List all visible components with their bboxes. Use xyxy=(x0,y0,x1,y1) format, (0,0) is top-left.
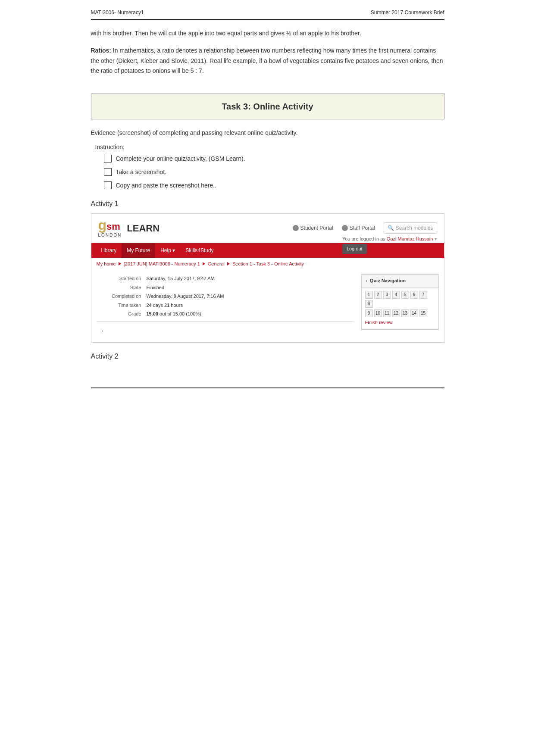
search-box[interactable]: 🔍 Search modules xyxy=(384,222,437,234)
finish-review-link[interactable]: Finish review xyxy=(365,320,393,325)
checkbox-icon-3 xyxy=(104,181,112,189)
quiz-nav-row-1: 1 2 3 4 5 6 7 8 xyxy=(365,291,435,308)
breadcrumb-general[interactable]: General xyxy=(208,260,225,268)
quiz-info-row-started: Started on Saturday, 15 July 2017, 9:47 … xyxy=(97,274,354,283)
time-taken-value: 24 days 21 hours xyxy=(144,301,354,310)
quiz-num-7[interactable]: 7 xyxy=(419,291,427,299)
student-portal-link[interactable]: Student Portal xyxy=(293,224,333,232)
activity1-heading: Activity 1 xyxy=(91,199,444,209)
search-placeholder: Search modules xyxy=(396,224,433,232)
task-box: Task 3: Online Activity xyxy=(91,94,444,119)
quiz-nav-chevron: › xyxy=(366,278,367,284)
quiz-num-8[interactable]: 8 xyxy=(365,300,373,308)
quiz-num-9[interactable]: 9 xyxy=(365,309,373,317)
gsm-logo: gsm LONDON LEARN xyxy=(98,218,160,238)
started-on-label: Started on xyxy=(97,274,144,283)
breadcrumb-course[interactable]: [2017 JUN] MATI3006 - Numeracy 1 xyxy=(124,260,200,268)
quiz-nav-numbers: 1 2 3 4 5 6 7 8 9 10 11 12 13 xyxy=(361,287,439,330)
doc-title-left: MATI3006- Numeracy1 xyxy=(91,9,144,16)
quiz-num-12[interactable]: 12 xyxy=(392,309,400,317)
intro-paragraph1: with his brother. Then he will cut the a… xyxy=(91,28,444,39)
grade-value: 15.00 out of 15.00 (100%) xyxy=(144,309,354,319)
instruction-item-2: Take a screenshot. xyxy=(104,168,444,177)
quiz-nav-title: › Quiz Navigation xyxy=(361,274,439,287)
staff-portal-link[interactable]: Staff Portal xyxy=(342,224,375,232)
logo-learn: LEARN xyxy=(127,221,160,235)
instruction-item-1: Complete your online quiz/activity, (GSM… xyxy=(104,154,444,163)
task-description: Evidence (screenshot) of completing and … xyxy=(91,128,444,138)
completed-on-label: Completed on xyxy=(97,292,144,301)
breadcrumb-chevron-2 xyxy=(203,262,205,266)
gsm-screenshot: gsm LONDON LEARN Student Portal Staff Po… xyxy=(91,213,444,343)
quiz-num-2[interactable]: 2 xyxy=(374,291,382,299)
student-portal-icon xyxy=(293,225,299,231)
completed-on-value: Wednesday, 9 August 2017, 7:16 AM xyxy=(144,292,354,301)
gsm-sidebar: › Quiz Navigation 1 2 3 4 5 6 7 8 xyxy=(361,274,439,338)
quiz-nav-row-2: 9 10 11 12 13 14 15 xyxy=(365,309,435,317)
instruction-list: Complete your online quiz/activity, (GSM… xyxy=(104,154,444,190)
logged-in-info: You are logged in as Qazi Mumtaz Hussain… xyxy=(342,235,437,254)
started-on-value: Saturday, 15 July 2017, 9:47 AM xyxy=(144,274,354,283)
staff-portal-label: Staff Portal xyxy=(350,224,375,232)
menu-my-future[interactable]: My Future xyxy=(122,243,155,258)
menu-library[interactable]: Library xyxy=(96,243,122,258)
quiz-num-4[interactable]: 4 xyxy=(392,291,400,299)
grade-label: Grade xyxy=(97,309,144,319)
gsm-content: Started on Saturday, 15 July 2017, 9:47 … xyxy=(91,270,444,342)
breadcrumb-chevron-3 xyxy=(227,262,230,266)
user-name-link[interactable]: Qazi Mumtaz Hussain xyxy=(387,236,433,241)
quiz-info-row-completed: Completed on Wednesday, 9 August 2017, 7… xyxy=(97,292,354,301)
instruction-item-3: Copy and paste the screenshot here.. xyxy=(104,181,444,190)
breadcrumb-home[interactable]: My home xyxy=(97,260,116,268)
logo-london: LONDON xyxy=(98,232,122,238)
state-label: State xyxy=(97,283,144,292)
intro-paragraph2: Ratios: In mathematics, a ratio denotes … xyxy=(91,46,444,76)
staff-portal-icon xyxy=(342,225,348,231)
checkbox-icon-2 xyxy=(104,168,112,176)
quiz-info-table: Started on Saturday, 15 July 2017, 9:47 … xyxy=(97,274,354,319)
checkbox-icon-1 xyxy=(104,155,112,162)
menu-skills4study[interactable]: Skills4Study xyxy=(180,243,219,258)
time-taken-label: Time taken xyxy=(97,301,144,310)
doc-title-right: Summer 2017 Coursework Brief xyxy=(371,9,444,16)
gsm-header: gsm LONDON LEARN Student Portal Staff Po… xyxy=(91,214,444,243)
logout-button[interactable]: Log out xyxy=(342,244,367,254)
quiz-info-row-state: State Finished xyxy=(97,283,354,292)
quiz-num-6[interactable]: 6 xyxy=(410,291,418,299)
quiz-num-1[interactable]: 1 xyxy=(365,291,373,299)
quiz-info-row-grade: Grade 15.00 out of 15.00 (100%) xyxy=(97,309,354,319)
gsm-nav-links: Student Portal Staff Portal 🔍 Search mod… xyxy=(293,222,437,234)
instruction-label: Instruction: xyxy=(95,143,444,152)
gsm-main: Started on Saturday, 15 July 2017, 9:47 … xyxy=(97,274,354,338)
quiz-num-10[interactable]: 10 xyxy=(374,309,382,317)
doc-header: MATI3006- Numeracy1 Summer 2017 Coursewo… xyxy=(91,9,444,20)
activity2-heading: Activity 2 xyxy=(91,351,444,362)
quiz-num-3[interactable]: 3 xyxy=(383,291,391,299)
quiz-num-5[interactable]: 5 xyxy=(401,291,409,299)
gsm-breadcrumb: My home [2017 JUN] MATI3006 - Numeracy 1… xyxy=(91,258,444,270)
quiz-num-15[interactable]: 15 xyxy=(419,309,427,317)
student-portal-label: Student Portal xyxy=(300,224,333,232)
quiz-num-14[interactable]: 14 xyxy=(410,309,418,317)
logo-sm: sm xyxy=(106,221,120,232)
breadcrumb-chevron-1 xyxy=(119,262,121,266)
gsm-dot: · xyxy=(97,324,354,338)
quiz-num-13[interactable]: 13 xyxy=(401,309,409,317)
breadcrumb-section[interactable]: Section 1 - Task 3 - Online Activity xyxy=(232,260,304,268)
search-icon: 🔍 xyxy=(388,224,394,232)
quiz-num-11[interactable]: 11 xyxy=(383,309,391,317)
menu-help[interactable]: Help ▾ xyxy=(155,243,180,258)
logo-g: g xyxy=(98,217,107,233)
task-title: Task 3: Online Activity xyxy=(100,100,435,113)
gsm-divider xyxy=(97,321,354,322)
doc-footer xyxy=(91,387,444,391)
quiz-info-row-time: Time taken 24 days 21 hours xyxy=(97,301,354,310)
state-value: Finished xyxy=(144,283,354,292)
